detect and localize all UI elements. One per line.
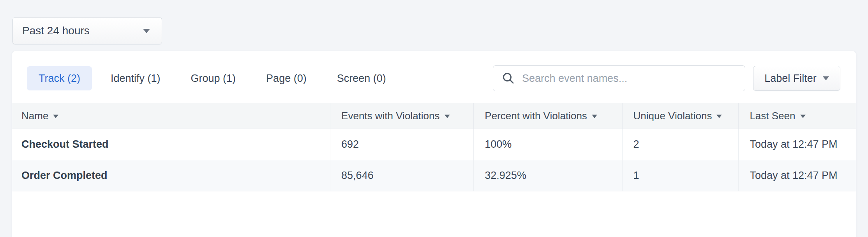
table-row[interactable]: Order Completed 85,646 32.925% 1 Today a… [12,160,856,191]
time-range-label: Past 24 hours [22,25,90,37]
column-header-events-with-violations[interactable]: Events with Violations [330,103,474,129]
unique-violations-cell: 2 [622,129,739,160]
column-header-last-seen[interactable]: Last Seen [739,103,856,129]
last-seen-cell: Today at 12:47 PM [739,129,856,160]
event-type-tabs: Track (2) Identify (1) Group (1) Page (0… [27,66,398,90]
sort-caret-icon [592,115,597,118]
sort-caret-icon [716,115,722,118]
percent-with-violations-cell: 32.925% [474,160,622,191]
chevron-down-icon [143,29,150,33]
column-header-percent-with-violations[interactable]: Percent with Violations [474,103,622,129]
search-box[interactable] [493,65,745,91]
sort-caret-icon [445,115,450,118]
percent-with-violations-cell: 100% [474,129,622,160]
search-input[interactable] [522,73,737,85]
violations-table: Name Events with Violations Percent with… [12,103,856,191]
event-name-cell[interactable]: Checkout Started [12,129,330,160]
label-filter-label: Label Filter [764,73,817,85]
table-row[interactable]: Checkout Started 692 100% 2 Today at 12:… [12,129,856,160]
event-name-cell[interactable]: Order Completed [12,160,330,191]
tab-group[interactable]: Group (1) [179,66,248,90]
sort-caret-icon [800,115,806,118]
unique-violations-cell: 1 [622,160,739,191]
table-header-row: Name Events with Violations Percent with… [12,103,856,129]
time-range-dropdown[interactable]: Past 24 hours [12,17,162,44]
tab-page[interactable]: Page (0) [254,66,318,90]
tab-screen[interactable]: Screen (0) [325,66,398,90]
sort-caret-icon [53,115,58,118]
violations-card: Track (2) Identify (1) Group (1) Page (0… [12,51,856,237]
column-header-name[interactable]: Name [12,103,330,129]
last-seen-cell: Today at 12:47 PM [739,160,856,191]
events-with-violations-cell: 85,646 [330,160,474,191]
chevron-down-icon [823,76,829,80]
column-header-unique-violations[interactable]: Unique Violations [622,103,739,129]
search-icon [502,72,515,85]
toolbar: Track (2) Identify (1) Group (1) Page (0… [12,51,856,103]
tab-identify[interactable]: Identify (1) [99,66,172,90]
events-with-violations-cell: 692 [330,129,474,160]
label-filter-button[interactable]: Label Filter [753,66,840,91]
tab-track[interactable]: Track (2) [27,66,92,90]
